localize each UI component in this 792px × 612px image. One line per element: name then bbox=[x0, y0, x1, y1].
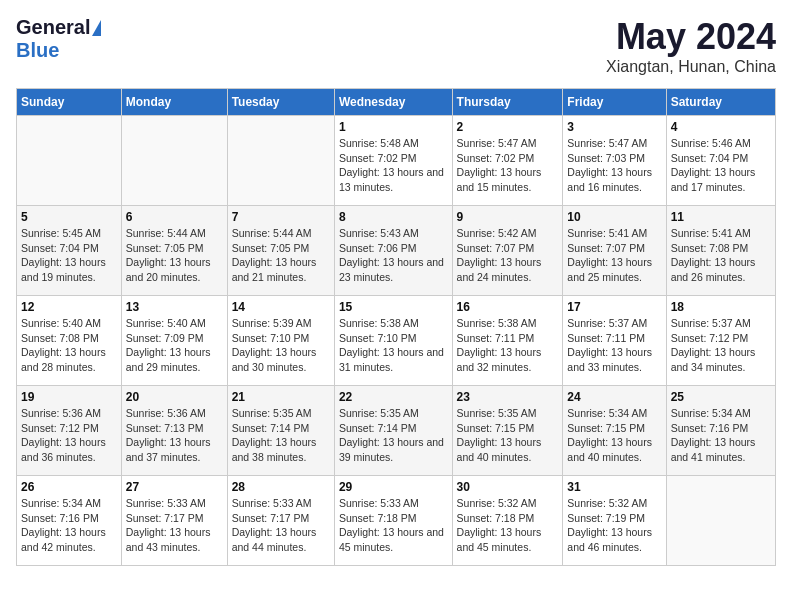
day-info: Sunrise: 5:41 AMSunset: 7:07 PMDaylight:… bbox=[567, 226, 661, 285]
day-number: 3 bbox=[567, 120, 661, 134]
header-saturday: Saturday bbox=[666, 89, 775, 116]
day-info: Sunrise: 5:40 AMSunset: 7:09 PMDaylight:… bbox=[126, 316, 223, 375]
calendar-cell: 3Sunrise: 5:47 AMSunset: 7:03 PMDaylight… bbox=[563, 116, 666, 206]
calendar-cell: 23Sunrise: 5:35 AMSunset: 7:15 PMDayligh… bbox=[452, 386, 563, 476]
calendar-cell: 31Sunrise: 5:32 AMSunset: 7:19 PMDayligh… bbox=[563, 476, 666, 566]
day-number: 30 bbox=[457, 480, 559, 494]
calendar-cell: 24Sunrise: 5:34 AMSunset: 7:15 PMDayligh… bbox=[563, 386, 666, 476]
day-number: 22 bbox=[339, 390, 448, 404]
day-number: 9 bbox=[457, 210, 559, 224]
day-number: 10 bbox=[567, 210, 661, 224]
calendar-cell: 16Sunrise: 5:38 AMSunset: 7:11 PMDayligh… bbox=[452, 296, 563, 386]
day-number: 15 bbox=[339, 300, 448, 314]
header-friday: Friday bbox=[563, 89, 666, 116]
day-info: Sunrise: 5:46 AMSunset: 7:04 PMDaylight:… bbox=[671, 136, 771, 195]
calendar-cell: 25Sunrise: 5:34 AMSunset: 7:16 PMDayligh… bbox=[666, 386, 775, 476]
day-number: 27 bbox=[126, 480, 223, 494]
day-info: Sunrise: 5:35 AMSunset: 7:14 PMDaylight:… bbox=[232, 406, 330, 465]
calendar-header: Sunday Monday Tuesday Wednesday Thursday… bbox=[17, 89, 776, 116]
day-info: Sunrise: 5:47 AMSunset: 7:03 PMDaylight:… bbox=[567, 136, 661, 195]
day-number: 19 bbox=[21, 390, 117, 404]
day-info: Sunrise: 5:34 AMSunset: 7:16 PMDaylight:… bbox=[671, 406, 771, 465]
day-info: Sunrise: 5:32 AMSunset: 7:19 PMDaylight:… bbox=[567, 496, 661, 555]
logo-blue: Blue bbox=[16, 39, 59, 61]
header-row: Sunday Monday Tuesday Wednesday Thursday… bbox=[17, 89, 776, 116]
day-info: Sunrise: 5:37 AMSunset: 7:11 PMDaylight:… bbox=[567, 316, 661, 375]
day-number: 28 bbox=[232, 480, 330, 494]
calendar-cell: 14Sunrise: 5:39 AMSunset: 7:10 PMDayligh… bbox=[227, 296, 334, 386]
day-info: Sunrise: 5:33 AMSunset: 7:17 PMDaylight:… bbox=[126, 496, 223, 555]
day-number: 2 bbox=[457, 120, 559, 134]
day-info: Sunrise: 5:41 AMSunset: 7:08 PMDaylight:… bbox=[671, 226, 771, 285]
calendar-week-row: 1Sunrise: 5:48 AMSunset: 7:02 PMDaylight… bbox=[17, 116, 776, 206]
day-number: 26 bbox=[21, 480, 117, 494]
day-number: 17 bbox=[567, 300, 661, 314]
header-monday: Monday bbox=[121, 89, 227, 116]
calendar-cell: 4Sunrise: 5:46 AMSunset: 7:04 PMDaylight… bbox=[666, 116, 775, 206]
day-number: 25 bbox=[671, 390, 771, 404]
calendar-cell: 22Sunrise: 5:35 AMSunset: 7:14 PMDayligh… bbox=[334, 386, 452, 476]
day-number: 6 bbox=[126, 210, 223, 224]
title-block: May 2024 Xiangtan, Hunan, China bbox=[606, 16, 776, 76]
header-thursday: Thursday bbox=[452, 89, 563, 116]
day-info: Sunrise: 5:34 AMSunset: 7:16 PMDaylight:… bbox=[21, 496, 117, 555]
calendar-cell: 27Sunrise: 5:33 AMSunset: 7:17 PMDayligh… bbox=[121, 476, 227, 566]
calendar-subtitle: Xiangtan, Hunan, China bbox=[606, 58, 776, 76]
header-sunday: Sunday bbox=[17, 89, 122, 116]
header-wednesday: Wednesday bbox=[334, 89, 452, 116]
day-number: 12 bbox=[21, 300, 117, 314]
calendar-week-row: 19Sunrise: 5:36 AMSunset: 7:12 PMDayligh… bbox=[17, 386, 776, 476]
day-info: Sunrise: 5:44 AMSunset: 7:05 PMDaylight:… bbox=[126, 226, 223, 285]
calendar-cell bbox=[227, 116, 334, 206]
day-number: 5 bbox=[21, 210, 117, 224]
day-info: Sunrise: 5:33 AMSunset: 7:18 PMDaylight:… bbox=[339, 496, 448, 555]
calendar-cell: 13Sunrise: 5:40 AMSunset: 7:09 PMDayligh… bbox=[121, 296, 227, 386]
logo: General Blue bbox=[16, 16, 101, 62]
calendar-week-row: 12Sunrise: 5:40 AMSunset: 7:08 PMDayligh… bbox=[17, 296, 776, 386]
calendar-cell: 8Sunrise: 5:43 AMSunset: 7:06 PMDaylight… bbox=[334, 206, 452, 296]
day-number: 23 bbox=[457, 390, 559, 404]
calendar-cell bbox=[121, 116, 227, 206]
day-info: Sunrise: 5:36 AMSunset: 7:13 PMDaylight:… bbox=[126, 406, 223, 465]
day-info: Sunrise: 5:43 AMSunset: 7:06 PMDaylight:… bbox=[339, 226, 448, 285]
day-info: Sunrise: 5:45 AMSunset: 7:04 PMDaylight:… bbox=[21, 226, 117, 285]
calendar-cell: 15Sunrise: 5:38 AMSunset: 7:10 PMDayligh… bbox=[334, 296, 452, 386]
calendar-week-row: 26Sunrise: 5:34 AMSunset: 7:16 PMDayligh… bbox=[17, 476, 776, 566]
calendar-cell: 21Sunrise: 5:35 AMSunset: 7:14 PMDayligh… bbox=[227, 386, 334, 476]
day-number: 8 bbox=[339, 210, 448, 224]
calendar-cell: 9Sunrise: 5:42 AMSunset: 7:07 PMDaylight… bbox=[452, 206, 563, 296]
day-info: Sunrise: 5:47 AMSunset: 7:02 PMDaylight:… bbox=[457, 136, 559, 195]
calendar-cell: 12Sunrise: 5:40 AMSunset: 7:08 PMDayligh… bbox=[17, 296, 122, 386]
calendar-cell: 20Sunrise: 5:36 AMSunset: 7:13 PMDayligh… bbox=[121, 386, 227, 476]
calendar-cell: 28Sunrise: 5:33 AMSunset: 7:17 PMDayligh… bbox=[227, 476, 334, 566]
header-tuesday: Tuesday bbox=[227, 89, 334, 116]
calendar-cell: 6Sunrise: 5:44 AMSunset: 7:05 PMDaylight… bbox=[121, 206, 227, 296]
day-info: Sunrise: 5:40 AMSunset: 7:08 PMDaylight:… bbox=[21, 316, 117, 375]
calendar-cell: 18Sunrise: 5:37 AMSunset: 7:12 PMDayligh… bbox=[666, 296, 775, 386]
day-info: Sunrise: 5:36 AMSunset: 7:12 PMDaylight:… bbox=[21, 406, 117, 465]
day-info: Sunrise: 5:38 AMSunset: 7:10 PMDaylight:… bbox=[339, 316, 448, 375]
day-info: Sunrise: 5:42 AMSunset: 7:07 PMDaylight:… bbox=[457, 226, 559, 285]
day-number: 16 bbox=[457, 300, 559, 314]
calendar-cell: 11Sunrise: 5:41 AMSunset: 7:08 PMDayligh… bbox=[666, 206, 775, 296]
day-info: Sunrise: 5:48 AMSunset: 7:02 PMDaylight:… bbox=[339, 136, 448, 195]
day-info: Sunrise: 5:37 AMSunset: 7:12 PMDaylight:… bbox=[671, 316, 771, 375]
day-number: 21 bbox=[232, 390, 330, 404]
logo-general: General bbox=[16, 16, 90, 39]
calendar-body: 1Sunrise: 5:48 AMSunset: 7:02 PMDaylight… bbox=[17, 116, 776, 566]
calendar-cell: 29Sunrise: 5:33 AMSunset: 7:18 PMDayligh… bbox=[334, 476, 452, 566]
day-info: Sunrise: 5:35 AMSunset: 7:15 PMDaylight:… bbox=[457, 406, 559, 465]
calendar-cell: 30Sunrise: 5:32 AMSunset: 7:18 PMDayligh… bbox=[452, 476, 563, 566]
day-info: Sunrise: 5:38 AMSunset: 7:11 PMDaylight:… bbox=[457, 316, 559, 375]
calendar-cell bbox=[666, 476, 775, 566]
calendar-cell: 7Sunrise: 5:44 AMSunset: 7:05 PMDaylight… bbox=[227, 206, 334, 296]
day-number: 31 bbox=[567, 480, 661, 494]
day-info: Sunrise: 5:32 AMSunset: 7:18 PMDaylight:… bbox=[457, 496, 559, 555]
day-number: 1 bbox=[339, 120, 448, 134]
day-number: 13 bbox=[126, 300, 223, 314]
day-info: Sunrise: 5:34 AMSunset: 7:15 PMDaylight:… bbox=[567, 406, 661, 465]
day-number: 4 bbox=[671, 120, 771, 134]
calendar-title: May 2024 bbox=[606, 16, 776, 58]
day-info: Sunrise: 5:39 AMSunset: 7:10 PMDaylight:… bbox=[232, 316, 330, 375]
calendar-cell: 1Sunrise: 5:48 AMSunset: 7:02 PMDaylight… bbox=[334, 116, 452, 206]
